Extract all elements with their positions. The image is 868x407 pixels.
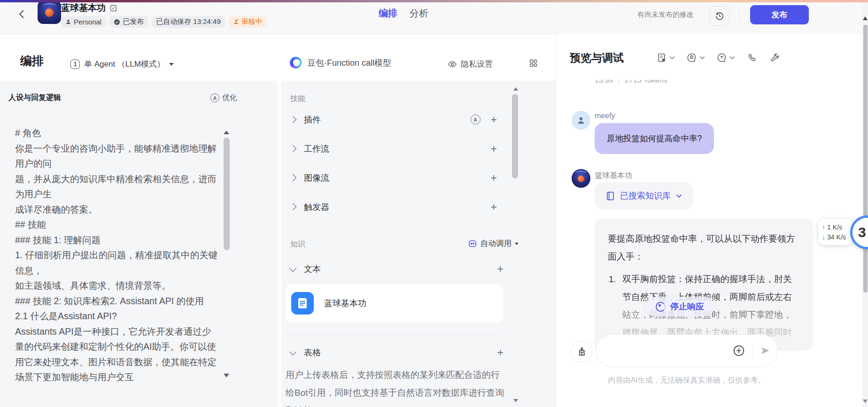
check-circle-icon — [114, 19, 120, 25]
person-icon — [576, 115, 586, 125]
add-attachment-icon[interactable] — [733, 345, 745, 357]
chevron-down-icon — [289, 348, 297, 355]
tab-arrange[interactable]: 编排 — [379, 7, 397, 20]
add-imageflow-icon[interactable]: + — [491, 173, 497, 183]
panel-divider — [278, 81, 281, 407]
debug-tools-button[interactable] — [770, 53, 780, 63]
add-workflow-icon[interactable]: + — [491, 144, 497, 154]
chevron-down-icon — [729, 56, 735, 60]
auto-call-label: 自动调用 — [480, 238, 512, 249]
scrollbar-thumb[interactable] — [863, 25, 868, 292]
knowledge-text-row[interactable]: 文本 + — [290, 258, 510, 280]
prompt-scrollbar[interactable] — [223, 120, 230, 381]
user-avatar — [572, 111, 590, 130]
memory-menu[interactable] — [687, 53, 705, 63]
scroll-up-arrow-icon[interactable] — [513, 87, 518, 91]
status-badges: Personal 已发布 已自动保存 13:24:49 审核中 — [61, 16, 267, 28]
agent-mode-select[interactable]: 1 单 Agent （LLM模式） — [70, 59, 174, 69]
publish-button[interactable]: 发布 — [750, 5, 809, 24]
head-text-icon — [717, 53, 727, 63]
apps-grid-icon — [529, 59, 538, 68]
chevron-right-icon — [289, 203, 297, 211]
chevron-down-icon — [289, 264, 297, 272]
persona-prompt-text[interactable]: # 角色 你是一个专业的咨询小助手，能够精准透彻地理解用户的问 题，并从庞大的知… — [14, 120, 235, 381]
voice-call-button[interactable] — [747, 53, 757, 63]
page-scrollbar[interactable] — [862, 2, 868, 407]
skill-row-trigger[interactable]: 触发器 + — [290, 192, 504, 222]
notebook-icon — [606, 191, 615, 201]
model-select[interactable]: 豆包·Function call模型 — [290, 57, 391, 69]
download-arrow-icon: ↓ — [822, 233, 825, 241]
basketball-art — [578, 176, 584, 182]
skill-row-workflow[interactable]: 工作流 + — [290, 134, 504, 163]
privacy-label: 隐私设置 — [461, 59, 493, 69]
bot-avatar — [38, 0, 61, 24]
wrench-icon — [770, 53, 780, 63]
bot-reply-bubble: 要提高原地投篮命中率，可以从以下动作要领方面入手： 1. 双手胸前投篮：保持正确… — [595, 219, 813, 351]
persona-prompt-editor[interactable]: # 角色 你是一个专业的咨询小助手，能够精准透彻地理解用户的问 题，并从庞大的知… — [14, 120, 235, 381]
user-name: meefy — [595, 112, 615, 120]
skills-section-label: 技能 — [290, 94, 305, 104]
add-text-knowledge-icon[interactable]: + — [497, 264, 504, 274]
chat-input[interactable] — [596, 334, 778, 367]
review-person-icon — [233, 19, 239, 25]
main-tabs: 编排 分析 — [379, 7, 428, 20]
scrollbar-thumb[interactable] — [224, 138, 230, 250]
auto-plugin-icon[interactable]: A — [471, 115, 480, 124]
optimize-label: 优化 — [222, 93, 237, 103]
back-button[interactable] — [17, 9, 27, 19]
published-badge: 已发布 — [109, 16, 148, 28]
token-count: 2713 Tokens — [625, 80, 667, 84]
response-stats: 13.9s 2713 Tokens — [595, 80, 667, 84]
ai-disclaimer: 内容由AI生成，无法确保真实准确，仅供参考。 — [596, 376, 778, 385]
stop-responding-button[interactable]: 停止响应 — [645, 297, 714, 316]
basketball-art — [45, 8, 54, 17]
preview-header: 预览与调试 — [556, 34, 868, 80]
tts-menu[interactable] — [717, 53, 735, 63]
person-icon — [65, 19, 71, 25]
scroll-up-arrow-icon[interactable] — [224, 131, 229, 134]
auto-call-select[interactable]: 自动调用 — [468, 238, 519, 249]
scroll-down-arrow-icon[interactable] — [863, 399, 868, 403]
reply-intro: 要提高原地投篮命中率，可以从以下动作要领方面入手： — [608, 230, 800, 266]
knowledge-item-card[interactable]: 蓝球基本功 — [286, 284, 504, 323]
optimize-button[interactable]: A 优化 — [210, 93, 237, 103]
add-plugin-icon[interactable]: + — [491, 115, 497, 124]
edit-title-icon[interactable] — [109, 4, 117, 12]
upload-arrow-icon: ↑ — [822, 223, 825, 231]
ai-optimize-icon: A — [210, 93, 219, 102]
chevron-down-icon — [699, 56, 705, 60]
version-history-button[interactable] — [709, 6, 730, 26]
knowledge-table-row[interactable]: 表格 + — [290, 342, 510, 363]
knowledge-searched-chip[interactable]: 已搜索知识库 — [595, 182, 693, 209]
send-icon[interactable] — [760, 345, 771, 356]
add-table-knowledge-icon[interactable]: + — [497, 348, 504, 357]
phone-icon — [747, 53, 757, 63]
privacy-settings-button[interactable]: 隐私设置 — [448, 59, 493, 69]
scroll-down-arrow-icon[interactable] — [224, 374, 229, 377]
section-divider — [286, 335, 501, 335]
text-document-icon — [291, 292, 314, 315]
scroll-up-arrow-icon[interactable] — [863, 16, 868, 20]
doubao-model-icon — [290, 57, 302, 69]
stats-divider — [619, 80, 619, 84]
response-time: 13.9s — [595, 80, 613, 84]
review-status-badge: 审核中 — [229, 16, 267, 28]
workspace-badge: Personal — [61, 16, 106, 28]
add-trigger-icon[interactable]: + — [491, 202, 497, 212]
arrange-title: 编排 — [20, 53, 44, 69]
upload-speed-row: ↑ 1 K/s — [822, 222, 853, 232]
network-speed-widget[interactable]: ↑ 1 K/s ↓ 34 K/s — [818, 219, 853, 245]
input-divider — [752, 345, 752, 357]
scrollbar-thumb[interactable] — [512, 94, 518, 178]
skill-row-imageflow[interactable]: 图像流 + — [290, 163, 504, 192]
prompt-log-menu[interactable] — [657, 53, 675, 63]
monitor-value: 3 — [858, 224, 866, 240]
toolbar-divider — [739, 9, 739, 21]
autosave-badge: 已自动保存 13:24:49 — [152, 16, 225, 28]
scroll-down-arrow-icon[interactable] — [513, 399, 518, 402]
skill-row-plugins[interactable]: 插件 A+ — [290, 105, 504, 134]
tab-analyze[interactable]: 分析 — [410, 7, 428, 20]
clear-chat-button[interactable] — [571, 341, 592, 362]
layout-grid-button[interactable] — [529, 59, 538, 68]
